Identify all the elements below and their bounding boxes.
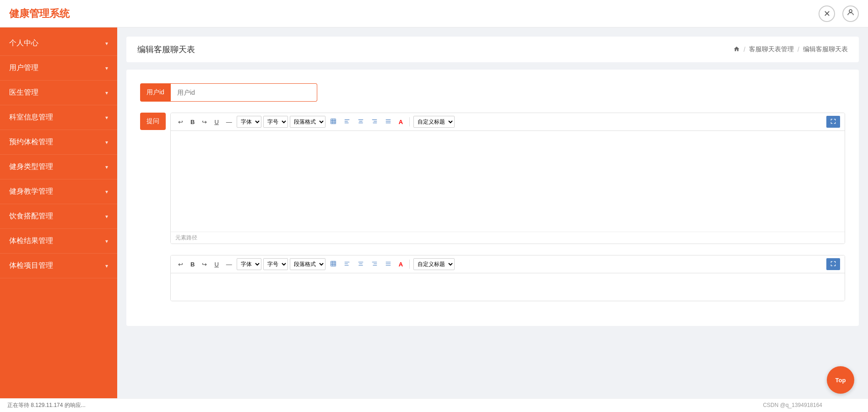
form-card: 用户id 提问 ↩ B ↪	[126, 70, 859, 326]
chevron-down-icon: ▾	[105, 40, 108, 47]
underline-button-2[interactable]: U	[212, 258, 221, 270]
editor-toolbar-2: ↩ B ↪ U —	[171, 255, 845, 273]
sidebar: 个人中心 ▾ 用户管理 ▾ 医生管理 ▾ 科室信息管理 ▾ 预约体检管理 ▾ 健…	[0, 27, 117, 412]
editor-footer-1: 元素路径	[171, 232, 845, 244]
align-right-button-2[interactable]	[369, 258, 380, 270]
align-center-button[interactable]	[355, 116, 367, 128]
fullscreen-button[interactable]	[826, 116, 840, 128]
color-button[interactable]: A	[396, 116, 406, 128]
second-editor: ↩ B ↪ U —	[170, 255, 845, 301]
align-center-button-2[interactable]	[355, 258, 367, 270]
fullscreen-icon-2	[830, 261, 836, 268]
format-select-2[interactable]: 段落格式	[290, 258, 326, 270]
underline-icon-2: U	[214, 261, 218, 268]
custom-heading-select-2[interactable]: 自定义标题	[413, 258, 455, 270]
user-id-row: 用户id	[140, 83, 845, 102]
underline-icon: U	[214, 119, 218, 125]
redo-icon-2: ↪	[202, 261, 207, 268]
redo-button[interactable]: ↪	[199, 116, 210, 128]
sidebar-item-appointment[interactable]: 预约体检管理 ▾	[0, 130, 117, 155]
editor-body-1[interactable]	[171, 131, 845, 232]
table-button-2[interactable]	[327, 258, 339, 270]
table-icon	[330, 118, 336, 126]
hr-button[interactable]: —	[223, 116, 235, 128]
sidebar-item-diet[interactable]: 饮食搭配管理 ▾	[0, 204, 117, 229]
align-left-button-2[interactable]	[341, 258, 353, 270]
table-button[interactable]	[327, 116, 339, 128]
csdn-watermark: CSDN @q_1394918164	[763, 402, 822, 408]
breadcrumb-separator2: /	[797, 46, 799, 53]
question-editor: ↩ B ↪ U —	[170, 113, 845, 244]
question-label: 提问	[140, 113, 166, 130]
back-to-top-button[interactable]: Top	[827, 366, 854, 394]
align-left-button[interactable]	[341, 116, 353, 128]
breadcrumb-separator: /	[743, 46, 745, 53]
editor-body-2[interactable]	[171, 273, 845, 301]
toolbar-divider	[409, 117, 410, 126]
sidebar-item-fitness-type[interactable]: 健身类型管理 ▾	[0, 155, 117, 179]
sidebar-item-label: 预约体检管理	[9, 137, 53, 147]
undo-button-2[interactable]: ↩	[175, 258, 186, 270]
user-id-input[interactable]	[171, 83, 317, 102]
toolbar-divider-2	[409, 260, 410, 269]
align-center-icon	[358, 118, 364, 126]
align-justify-button-2[interactable]	[382, 258, 394, 270]
hr-icon-2: —	[226, 261, 232, 268]
status-text: 正在等待 8.129.11.174 的响应...	[7, 402, 86, 408]
format-select[interactable]: 段落格式	[290, 116, 326, 128]
chevron-down-icon: ▾	[105, 189, 108, 195]
chevron-down-icon: ▾	[105, 90, 108, 96]
user-button[interactable]	[842, 5, 859, 22]
sidebar-item-doctor[interactable]: 医生管理 ▾	[0, 81, 117, 105]
breadcrumb-home-icon[interactable]	[733, 46, 740, 54]
align-justify-button[interactable]	[382, 116, 394, 128]
align-left-icon-2	[344, 260, 350, 268]
logo: 健康管理系统	[9, 7, 70, 21]
svg-rect-18	[331, 261, 336, 266]
color-icon-2: A	[399, 261, 403, 268]
align-right-icon	[371, 118, 378, 126]
breadcrumb-middle[interactable]: 客服聊天表管理	[749, 45, 794, 54]
chevron-down-icon: ▾	[105, 139, 108, 146]
sidebar-item-label: 医生管理	[9, 88, 38, 98]
undo-button[interactable]: ↩	[175, 116, 186, 128]
size-select[interactable]: 字号	[263, 116, 288, 128]
color-icon: A	[399, 119, 403, 125]
bold-button-2[interactable]: B	[188, 258, 197, 270]
chevron-down-icon: ▾	[105, 114, 108, 121]
align-right-button[interactable]	[369, 116, 380, 128]
sidebar-item-personal[interactable]: 个人中心 ▾	[0, 31, 117, 56]
bold-icon-2: B	[190, 261, 195, 268]
svg-rect-1	[331, 119, 336, 124]
sidebar-item-fitness-teach[interactable]: 健身教学管理 ▾	[0, 179, 117, 204]
bottom-bar: 正在等待 8.129.11.174 的响应...	[0, 398, 868, 412]
font-select-2[interactable]: 字体	[237, 258, 261, 270]
size-select-2[interactable]: 字号	[263, 258, 288, 270]
sidebar-item-label: 健身教学管理	[9, 187, 53, 196]
underline-button[interactable]: U	[212, 116, 221, 128]
bold-button[interactable]: B	[188, 116, 197, 128]
sidebar-item-checkup-result[interactable]: 体检结果管理 ▾	[0, 229, 117, 254]
sidebar-item-department[interactable]: 科室信息管理 ▾	[0, 105, 117, 130]
page-title: 编辑客服聊天表	[137, 44, 195, 55]
close-button[interactable]: ✕	[819, 5, 835, 22]
align-right-icon-2	[371, 260, 378, 268]
custom-heading-select[interactable]: 自定义标题	[413, 116, 455, 128]
fullscreen-button-2[interactable]	[826, 258, 840, 270]
header: 健康管理系统 ✕	[0, 0, 868, 27]
bold-icon: B	[190, 119, 195, 125]
align-justify-icon	[385, 118, 391, 126]
redo-icon: ↪	[202, 119, 207, 125]
redo-button-2[interactable]: ↪	[199, 258, 210, 270]
font-select[interactable]: 字体	[237, 116, 261, 128]
layout: 个人中心 ▾ 用户管理 ▾ 医生管理 ▾ 科室信息管理 ▾ 预约体检管理 ▾ 健…	[0, 27, 868, 412]
sidebar-item-user[interactable]: 用户管理 ▾	[0, 56, 117, 81]
sidebar-item-label: 个人中心	[9, 38, 38, 48]
color-button-2[interactable]: A	[396, 258, 406, 270]
hr-button-2[interactable]: —	[223, 258, 235, 270]
sidebar-item-label: 健身类型管理	[9, 162, 53, 172]
chevron-down-icon: ▾	[105, 263, 108, 269]
editor-toolbar-1: ↩ B ↪ U —	[171, 113, 845, 131]
sidebar-item-checkup-item[interactable]: 体检项目管理 ▾	[0, 254, 117, 278]
fullscreen-icon	[830, 119, 836, 126]
